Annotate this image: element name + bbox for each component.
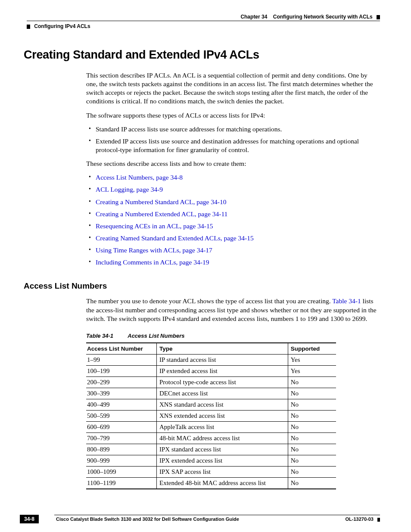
header-bar-icon — [377, 15, 380, 19]
table-cell: Yes — [288, 354, 336, 365]
list-item: ACL Logging, page 34-9 — [86, 185, 380, 194]
table-cell: No — [288, 410, 336, 421]
header-bar-icon — [27, 25, 30, 29]
list-item: Creating a Numbered Standard ACL, page 3… — [86, 198, 380, 206]
col-header: Access List Number — [86, 343, 156, 355]
cross-ref-link[interactable]: Access List Numbers, page 34-8 — [96, 174, 183, 181]
table-cell: IPX extended access list — [156, 455, 288, 466]
table-cell: XNS extended access list — [156, 410, 288, 421]
cross-ref-link[interactable]: Using Time Ranges with ACLs, page 34-17 — [96, 246, 212, 254]
table-row: 1000–1099IPX SAP access listNo — [86, 466, 336, 477]
book-title: Cisco Catalyst Blade Switch 3130 and 303… — [56, 516, 380, 522]
footer-rule — [54, 515, 380, 515]
list-item: Extended IP access lists use source and … — [86, 137, 380, 154]
table-cell: No — [288, 399, 336, 410]
table-row: 300–399DECnet access listNo — [86, 388, 336, 399]
table-cell: 100–199 — [86, 365, 156, 376]
table-number: Table 34-1 — [86, 333, 113, 339]
table-cell: 800–899 — [86, 444, 156, 455]
cross-ref-link[interactable]: Resequencing ACEs in an ACL, page 34-15 — [96, 222, 213, 230]
table-cell: IP extended access list — [156, 365, 288, 376]
table-row: 800–899IPX standard access listNo — [86, 444, 336, 455]
table-cell: No — [288, 455, 336, 466]
chapter-label: Chapter 34 — [240, 14, 267, 20]
footer-bar-icon — [377, 518, 380, 522]
page-number: 34-8 — [20, 515, 39, 523]
body-block: This section describes IP ACLs. An ACL i… — [86, 71, 380, 267]
table-row: 600–699AppleTalk access listNo — [86, 421, 336, 432]
table-cell: IPX standard access list — [156, 444, 288, 455]
table-cell: No — [288, 432, 336, 444]
table-cell: 200–299 — [86, 376, 156, 388]
header-rule — [27, 21, 380, 21]
list-item: Using Time Ranges with ACLs, page 34-17 — [86, 246, 380, 255]
paragraph: This section describes IP ACLs. An ACL i… — [86, 71, 380, 106]
cross-ref-link[interactable]: Creating a Numbered Extended ACL, page 3… — [96, 210, 227, 218]
table-cell: DECnet access list — [156, 388, 288, 399]
col-header: Supported — [288, 343, 336, 355]
list-item: Including Comments in ACLs, page 34-19 — [86, 258, 380, 267]
page-content: Creating Standard and Extended IPv4 ACLs… — [24, 48, 380, 489]
list-item: Access List Numbers, page 34-8 — [86, 173, 380, 182]
list-item: Resequencing ACEs in an ACL, page 34-15 — [86, 222, 380, 230]
col-header: Type — [156, 343, 288, 355]
table-cell: Protocol type-code access list — [156, 376, 288, 388]
table-cell: 1100–1199 — [86, 477, 156, 489]
cross-ref-link[interactable]: Creating a Numbered Standard ACL, page 3… — [96, 198, 226, 205]
table-header-row: Access List Number Type Supported — [86, 343, 336, 355]
table-row: 500–599XNS extended access listNo — [86, 410, 336, 421]
body-block: The number you use to denote your ACL sh… — [86, 297, 380, 489]
table-cell: No — [288, 421, 336, 432]
access-list-table: Access List Number Type Supported 1–99IP… — [86, 342, 336, 489]
table-cell: No — [288, 376, 336, 388]
table-row: 200–299Protocol type-code access listNo — [86, 376, 336, 388]
document-id: OL-13270-03 — [346, 516, 380, 522]
table-cell: 500–599 — [86, 410, 156, 421]
table-cell: No — [288, 477, 336, 489]
paragraph: The software supports these types of ACL… — [86, 111, 380, 120]
table-cell: 600–699 — [86, 421, 156, 432]
table-ref-link[interactable]: Table 34-1 — [332, 297, 361, 305]
doc-id-text: OL-13270-03 — [346, 516, 374, 522]
table-row: 700–79948-bit MAC address access listNo — [86, 432, 336, 444]
table-cell: IPX SAP access list — [156, 466, 288, 477]
bullet-list: Standard IP access lists use source addr… — [86, 125, 380, 154]
running-header-right: Chapter 34 Configuring Network Security … — [240, 14, 380, 20]
table-caption: Table 34-1 Access List Numbers — [86, 333, 380, 339]
table-cell: No — [288, 466, 336, 477]
table-row: 400–499XNS standard access listNo — [86, 399, 336, 410]
table-cell: No — [288, 444, 336, 455]
section-title: Configuring IPv4 ACLs — [34, 23, 90, 29]
list-item: Creating Named Standard and Extended ACL… — [86, 234, 380, 243]
table-cell: 900–999 — [86, 455, 156, 466]
running-header-left: Configuring IPv4 ACLs — [27, 23, 90, 29]
table-cell: 300–399 — [86, 388, 156, 399]
table-title: Access List Numbers — [128, 333, 184, 339]
table-cell: 700–799 — [86, 432, 156, 444]
table-cell: 1000–1099 — [86, 466, 156, 477]
table-row: 1–99IP standard access listYes — [86, 354, 336, 365]
table-cell: XNS standard access list — [156, 399, 288, 410]
heading-2: Access List Numbers — [24, 281, 380, 291]
heading-1: Creating Standard and Extended IPv4 ACLs — [24, 48, 380, 62]
bullet-list-links: Access List Numbers, page 34-8 ACL Loggi… — [86, 173, 380, 267]
paragraph: These sections describe access lists and… — [86, 159, 380, 168]
table-cell: Extended 48-bit MAC address access list — [156, 477, 288, 489]
cross-ref-link[interactable]: ACL Logging, page 34-9 — [96, 186, 163, 193]
cross-ref-link[interactable]: Creating Named Standard and Extended ACL… — [96, 234, 254, 242]
list-item: Creating a Numbered Extended ACL, page 3… — [86, 210, 380, 218]
table-row: 1100–1199Extended 48-bit MAC address acc… — [86, 477, 336, 489]
chapter-title: Configuring Network Security with ACLs — [273, 14, 373, 20]
page-footer: Cisco Catalyst Blade Switch 3130 and 303… — [20, 515, 380, 522]
list-item: Standard IP access lists use source addr… — [86, 125, 380, 134]
table-row: 100–199IP extended access listYes — [86, 365, 336, 376]
text-run: The number you use to denote your ACL sh… — [86, 297, 332, 305]
table-cell: Yes — [288, 365, 336, 376]
paragraph: The number you use to denote your ACL sh… — [86, 297, 380, 323]
table-cell: AppleTalk access list — [156, 421, 288, 432]
table-cell: 48-bit MAC address access list — [156, 432, 288, 444]
cross-ref-link[interactable]: Including Comments in ACLs, page 34-19 — [96, 258, 209, 266]
table-row: 900–999IPX extended access listNo — [86, 455, 336, 466]
table-cell: 1–99 — [86, 354, 156, 365]
table-cell: 400–499 — [86, 399, 156, 410]
